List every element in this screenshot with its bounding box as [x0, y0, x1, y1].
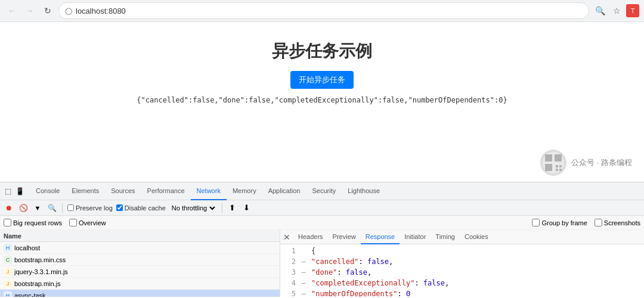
throttle-select[interactable]: No throttling: [169, 204, 217, 212]
url-text: localhost:8080: [76, 7, 126, 15]
toolbar-separator-2: [222, 203, 222, 213]
browser-chrome: ← → ↻ ◯ localhost:8080 🔍 ☆ T: [0, 0, 644, 22]
start-async-button[interactable]: 开始异步任务: [290, 71, 354, 89]
big-rows-checkbox[interactable]: [4, 219, 11, 226]
json-val-dependents: 0: [406, 290, 410, 297]
json-key-cancelled: "cancelled": [311, 257, 358, 266]
list-item[interactable]: J jquery-3.3.1.min.js: [0, 266, 280, 278]
tab-application[interactable]: Application: [262, 182, 306, 200]
svg-rect-1: [545, 154, 552, 162]
search-network-button[interactable]: 🔍: [47, 203, 57, 213]
list-item[interactable]: H localhost: [0, 242, 280, 254]
search-button[interactable]: 🔍: [593, 4, 607, 18]
export-button[interactable]: ⬇: [242, 203, 252, 213]
response-content: 1 { 2 – "cancelled": false, 3 – "done": …: [280, 244, 644, 297]
json-val-done: false: [346, 268, 367, 277]
svg-rect-3: [545, 164, 552, 171]
list-item[interactable]: J bootstrap.min.js: [0, 278, 280, 290]
browser-actions: 🔍 ☆ T: [593, 4, 639, 18]
json-key-done: "done": [311, 268, 337, 277]
json-output: {"cancelled":false,"done":false,"complet…: [137, 96, 507, 104]
lock-icon: ◯: [65, 7, 72, 15]
json-val-completed: false: [423, 279, 445, 287]
svg-rect-6: [556, 169, 558, 171]
watermark: 公众号 · 路条编程: [540, 150, 632, 176]
line-num-1: 1: [284, 247, 296, 255]
list-item[interactable]: C bootstrap.min.css: [0, 254, 280, 266]
big-rows-label[interactable]: Big request rows: [4, 219, 62, 226]
tab-network[interactable]: Network: [191, 182, 227, 200]
overview-checkbox[interactable]: [69, 219, 77, 226]
screenshots-label[interactable]: Screenshots: [595, 219, 640, 226]
devtools-device-icon[interactable]: 📱: [14, 186, 25, 197]
svg-rect-2: [555, 154, 562, 162]
bookmark-button[interactable]: ☆: [609, 4, 624, 18]
tab-lighthouse[interactable]: Lighthouse: [342, 182, 386, 200]
detail-tab-cookies[interactable]: Cookies: [460, 230, 493, 244]
tab-security[interactable]: Security: [306, 182, 342, 200]
record-button[interactable]: ⏺: [4, 203, 14, 213]
import-button[interactable]: ⬆: [227, 203, 238, 213]
tab-console[interactable]: Console: [30, 182, 66, 200]
refresh-button[interactable]: ↻: [41, 4, 55, 18]
line-num-3: 3: [284, 268, 296, 277]
line-dash-4: –: [301, 279, 306, 287]
json-line-1: 1 {: [284, 246, 640, 256]
list-item-selected[interactable]: H async-task: [0, 290, 280, 297]
json-line-2: 2 – "cancelled": false,: [284, 256, 640, 267]
line-num-5: 5: [284, 290, 296, 297]
network-rows: H localhost C bootstrap.min.css J jquery…: [0, 242, 280, 297]
page-title: 异步任务示例: [272, 40, 372, 63]
line-dash-3: –: [301, 268, 306, 277]
address-bar[interactable]: ◯ localhost:8080: [58, 2, 589, 19]
detail-tab-timing[interactable]: Timing: [431, 230, 460, 244]
file-icon-html-2: H: [4, 291, 12, 297]
filter-button[interactable]: ▼: [32, 203, 43, 213]
devtools-icons: ⬚ 📱: [2, 186, 25, 197]
group-by-frame-label[interactable]: Group by frame: [532, 219, 587, 226]
disable-cache-checkbox[interactable]: [116, 204, 123, 211]
filter-right-group: Group by frame Screenshots: [532, 219, 640, 226]
back-button[interactable]: ←: [5, 4, 19, 18]
detail-close-button[interactable]: ✕: [280, 231, 293, 244]
devtools-panel: ⬚ 📱 Console Elements Sources Performance…: [0, 182, 644, 297]
json-line-5: 5 – "numberOfDependents": 0: [284, 288, 640, 297]
detail-tab-headers[interactable]: Headers: [293, 230, 328, 244]
tab-memory[interactable]: Memory: [227, 182, 262, 200]
network-filters-bar: Big request rows Overview Group by frame…: [0, 216, 644, 230]
detail-tab-response[interactable]: Response: [361, 230, 400, 244]
preserve-log-checkbox[interactable]: [67, 204, 74, 211]
json-key-dependents: "numberOfDependents": [311, 290, 398, 297]
tab-performance[interactable]: Performance: [141, 182, 191, 200]
detail-tabs: ✕ Headers Preview Response Initiator Tim…: [280, 230, 644, 244]
file-icon-js: J: [4, 268, 12, 276]
json-line-3: 3 – "done": false,: [284, 267, 640, 278]
tab-elements[interactable]: Elements: [66, 182, 105, 200]
disable-cache-label[interactable]: Disable cache: [116, 204, 166, 212]
file-icon-html: H: [4, 244, 12, 252]
line-dash-5: –: [301, 290, 306, 297]
screenshots-checkbox[interactable]: [595, 219, 602, 226]
overview-label[interactable]: Overview: [69, 219, 106, 226]
svg-rect-4: [556, 165, 558, 167]
preserve-log-label[interactable]: Preserve log: [67, 204, 113, 212]
file-icon-js-2: J: [4, 280, 12, 288]
group-by-frame-checkbox[interactable]: [532, 219, 540, 226]
detail-tab-preview[interactable]: Preview: [328, 230, 361, 244]
detail-tab-initiator[interactable]: Initiator: [400, 230, 431, 244]
svg-rect-7: [559, 169, 562, 171]
tab-sources[interactable]: Sources: [105, 182, 141, 200]
json-key-completed: "completedExceptionally": [311, 279, 414, 287]
detail-panel: ✕ Headers Preview Response Initiator Tim…: [280, 230, 644, 297]
line-num-2: 2: [284, 257, 296, 266]
line-dash-2: –: [301, 257, 306, 266]
network-list-header: Name: [0, 230, 280, 242]
forward-button[interactable]: →: [23, 4, 37, 18]
page-content: 异步任务示例 开始异步任务 {"cancelled":false,"done":…: [0, 22, 644, 182]
devtools-inspect-icon[interactable]: ⬚: [2, 186, 13, 197]
file-icon-css: C: [4, 256, 12, 264]
devtools-toolbar: ⏺ 🚫 ▼ 🔍 Preserve log Disable cache No th…: [0, 200, 644, 216]
watermark-text: 公众号 · 路条编程: [571, 157, 632, 168]
clear-button[interactable]: 🚫: [18, 203, 29, 213]
profile-button[interactable]: T: [626, 4, 639, 17]
